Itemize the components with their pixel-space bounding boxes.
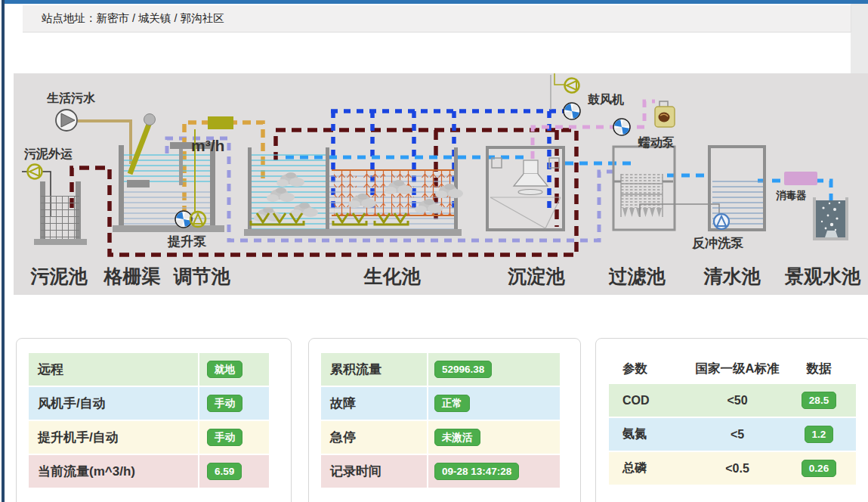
landscape-pool — [814, 197, 847, 239]
estop-label: 急停 — [321, 429, 427, 446]
fault-badge: 正常 — [434, 395, 470, 413]
estop-badge: 未激活 — [434, 429, 480, 447]
record-time-label: 记录时间 — [321, 463, 427, 480]
water-quality-card: 参数 国家一级A标准 数据 COD <50 28.5 氨氮 <5 1.2 总磷 … — [595, 338, 868, 502]
ammonia-standard: <5 — [692, 428, 783, 442]
label-lift-pump: 提升泵 — [167, 234, 207, 249]
table-row: 急停 未激活 — [321, 421, 560, 455]
stage-label-sedimentation-pool: 沉淀池 — [508, 265, 566, 287]
current-flow-badge: 6.59 — [207, 463, 242, 481]
table-row: 总磷 <0.5 0.26 — [609, 452, 856, 486]
table-row: 风机手/自动 手动 — [29, 387, 269, 421]
cod-standard: <50 — [692, 394, 783, 407]
disinfector-icon — [784, 172, 817, 185]
sludge-tank — [22, 172, 87, 245]
background-filler — [851, 4, 868, 73]
phosphorus-standard: <0.5 — [692, 462, 783, 476]
remote-mode-badge: 就地 — [207, 361, 242, 379]
sedimentation-tank — [487, 147, 564, 230]
stage-label-biochemical-pool: 生化池 — [363, 265, 422, 287]
phosphorus-param: 总磷 — [609, 460, 692, 476]
label-flow-unit: m³/h — [191, 137, 224, 154]
table-row: 提升机手/自动 手动 — [29, 421, 269, 455]
table-row: 累积流量 52996.38 — [321, 353, 560, 387]
site-address-label: 站点地址：新密市 / 城关镇 / 郭沟社区 — [42, 11, 224, 26]
dosing-bottle-icon — [655, 101, 675, 127]
fan-mode-badge: 手动 — [207, 395, 242, 413]
param-header: 参数 — [609, 361, 692, 377]
blower-group — [551, 73, 564, 110]
lift-mode-label: 提升机手/自动 — [29, 429, 198, 446]
phosphorus-value-badge: 0.26 — [802, 460, 836, 478]
label-sludge-out: 污泥外运 — [23, 147, 73, 160]
blower-valve-icon — [565, 79, 579, 93]
lift-pump-fan-icon — [175, 211, 192, 228]
blower-fan-icon — [564, 103, 580, 119]
table-row: COD <50 28.5 — [609, 384, 856, 418]
data-header: 数据 — [783, 361, 855, 377]
cod-param: COD — [609, 394, 692, 407]
record-time-badge: 09-28 13:47:28 — [434, 463, 519, 481]
process-flow-diagram: 生活污水 污泥外运 提升泵 m³/h 鼓风机 蠕动泵 消毒器 反冲洗泵 污泥池 … — [14, 73, 868, 295]
table-row: 故障 正常 — [321, 387, 560, 421]
label-peristaltic-pump: 蠕动泵 — [638, 136, 675, 149]
total-flow-badge: 52996.38 — [434, 361, 492, 379]
cod-value-badge: 28.5 — [802, 392, 836, 410]
control-panel-card: 远程 就地 风机手/自动 手动 提升机手/自动 手动 当前流量(m^3/h) 6… — [16, 338, 292, 502]
site-address-bar: 站点地址：新密市 / 城关镇 / 郭沟社区 — [23, 5, 851, 33]
stage-label-landscape-pool: 景观水池 — [784, 265, 861, 287]
table-row: 记录时间 09-28 13:47:28 — [321, 455, 560, 489]
total-flow-label: 累积流量 — [321, 361, 427, 378]
stage-label-filter-pool: 过滤池 — [609, 265, 666, 287]
label-blower: 鼓风机 — [587, 93, 624, 106]
biochemical-tank — [244, 147, 463, 236]
lift-mode-badge: 手动 — [207, 429, 242, 447]
table-row: 氨氮 <5 1.2 — [609, 418, 856, 452]
peristaltic-fan-icon — [613, 119, 630, 135]
sludge-out-valve-icon — [28, 165, 42, 179]
quality-table-header: 参数 国家一级A标准 数据 — [609, 353, 856, 384]
stage-label-clean-water-pool: 清水池 — [703, 265, 761, 287]
label-sewage-in: 生活污水 — [46, 91, 96, 104]
stage-label-regulation-pool: 调节池 — [173, 265, 231, 287]
filter-tank — [613, 147, 719, 230]
table-row: 当前流量(m^3/h) 6.59 — [29, 455, 269, 489]
stage-label-grid-channel: 格栅渠 — [103, 265, 161, 287]
fan-mode-label: 风机手/自动 — [29, 395, 198, 412]
ammonia-param: 氨氮 — [609, 426, 692, 442]
current-flow-label: 当前流量(m^3/h) — [29, 463, 198, 480]
flow-meter-icon — [208, 116, 233, 129]
label-backwash-pump: 反冲洗泵 — [691, 236, 744, 250]
remote-mode-label: 远程 — [29, 361, 198, 378]
stage-label-sludge-pool: 污泥池 — [30, 265, 88, 287]
left-accent-bar — [2, 0, 5, 502]
status-panel-card: 累积流量 52996.38 故障 正常 急停 未激活 记录时间 09-28 13… — [308, 338, 581, 502]
label-disinfector: 消毒器 — [775, 190, 807, 201]
table-row: 远程 就地 — [29, 353, 269, 387]
standard-header: 国家一级A标准 — [692, 361, 783, 377]
top-accent-bar — [5, 0, 868, 4]
backwash-pump-icon — [714, 214, 729, 229]
fault-label: 故障 — [321, 395, 427, 412]
ammonia-value-badge: 1.2 — [805, 426, 834, 444]
